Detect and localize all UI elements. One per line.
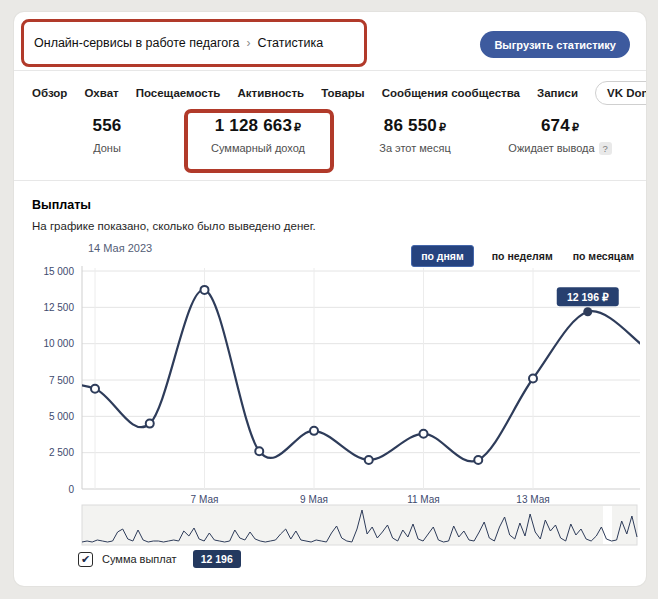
ruble-sign: ₽	[439, 121, 446, 133]
active-data-point[interactable]	[583, 307, 592, 316]
y-axis-tick: 0	[68, 484, 74, 495]
y-axis-tick: 12 500	[43, 302, 74, 313]
sum-payouts-checkbox[interactable]: ✔	[78, 552, 93, 567]
selected-date-label: 14 Мая 2023	[88, 242, 152, 254]
stat-label: За этот месяц	[335, 142, 495, 154]
stat-label: Суммарный доход	[178, 142, 338, 154]
tab-охват[interactable]: Охват	[84, 87, 118, 99]
data-point[interactable]	[474, 456, 482, 464]
payouts-line-chart[interactable]: 15 00012 50010 0007 5005 0002 500012 196…	[14, 262, 646, 552]
stat-label: Доны	[27, 142, 187, 154]
stat-2: 86 550₽За этот месяц	[335, 116, 495, 154]
tooltip-value: 12 196 ₽	[567, 291, 609, 303]
stat-3: 674₽Ожидает вывода?	[480, 116, 640, 155]
data-point[interactable]	[91, 385, 99, 393]
x-axis-tick: 11 Мая	[407, 494, 440, 505]
tab-товары[interactable]: Товары	[321, 87, 364, 99]
header-divider	[14, 70, 646, 71]
data-point[interactable]	[529, 375, 537, 383]
data-point[interactable]	[255, 447, 263, 455]
tabs-bar: ОбзорОхватПосещаемостьАктивностьТоварыСо…	[32, 78, 646, 108]
export-statistics-button[interactable]: Выгрузить статистику	[480, 31, 630, 58]
x-axis-tick: 7 Мая	[191, 494, 219, 505]
series-sum-payouts	[40, 290, 642, 462]
data-point[interactable]	[201, 286, 209, 294]
tab-обзор[interactable]: Обзор	[32, 87, 67, 99]
brush-handle[interactable]	[603, 506, 612, 544]
stats-row: 556Доны1 128 663₽Суммарный доход86 550₽З…	[14, 116, 646, 176]
ruble-sign: ₽	[572, 121, 579, 133]
data-point[interactable]	[146, 420, 154, 428]
x-axis-tick: 13 Мая	[516, 494, 549, 505]
tab-посещаемость[interactable]: Посещаемость	[136, 87, 221, 99]
payouts-title: Выплаты	[32, 198, 91, 212]
chart-legend: ✔ Сумма выплат 12 196	[78, 550, 241, 568]
tab-vk-donut[interactable]: VK Donut	[595, 81, 646, 105]
y-axis-tick: 5 000	[49, 411, 74, 422]
stat-value: 674₽	[480, 116, 640, 136]
tab-записи[interactable]: Записи	[537, 87, 578, 99]
payouts-line	[40, 290, 642, 462]
tab-сообщения-сообщества[interactable]: Сообщения сообщества	[382, 87, 520, 99]
data-point[interactable]	[365, 456, 373, 464]
y-axis-tick: 15 000	[43, 266, 74, 277]
breadcrumb-current-page: Статистика	[257, 36, 323, 50]
payouts-subtitle: На графике показано, сколько было выведе…	[32, 220, 316, 232]
help-icon[interactable]: ?	[599, 142, 612, 155]
stats-divider	[14, 180, 646, 181]
statistics-card: Онлайн-сервисы в работе педагога›Статист…	[14, 12, 646, 586]
y-axis-tick: 2 500	[49, 447, 74, 458]
stat-value: 556	[27, 116, 187, 136]
brush-selector[interactable]	[82, 505, 637, 545]
stat-value: 86 550₽	[335, 116, 495, 136]
legend-label: Сумма выплат	[102, 553, 177, 565]
data-point[interactable]	[420, 430, 428, 438]
ruble-sign: ₽	[294, 121, 301, 133]
breadcrumb-community-link[interactable]: Онлайн-сервисы в работе педагога	[34, 36, 239, 50]
y-axis-tick: 10 000	[43, 338, 74, 349]
x-axis-tick: 9 Мая	[300, 494, 328, 505]
stat-value: 1 128 663₽	[178, 116, 338, 136]
breadcrumb: Онлайн-сервисы в работе педагога›Статист…	[34, 36, 323, 50]
legend-value-badge: 12 196	[193, 550, 241, 568]
stat-label: Ожидает вывода?	[480, 142, 640, 155]
y-axis-tick: 7 500	[49, 375, 74, 386]
tab-активность[interactable]: Активность	[237, 87, 304, 99]
stat-1: 1 128 663₽Суммарный доход	[178, 116, 338, 154]
stat-0: 556Доны	[27, 116, 187, 154]
data-point[interactable]	[310, 427, 318, 435]
breadcrumb-separator-icon: ›	[246, 36, 250, 50]
